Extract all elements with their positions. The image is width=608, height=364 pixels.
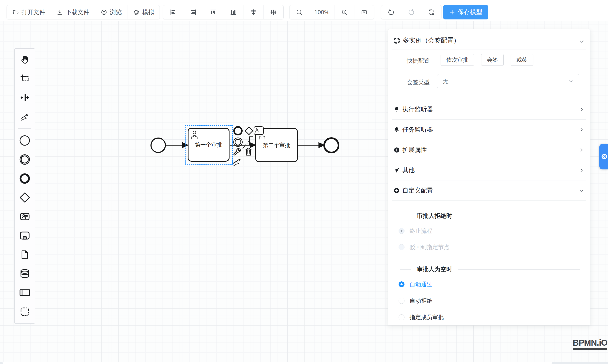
radio-label: 自动拒绝 — [410, 297, 432, 305]
reset-zoom-icon — [361, 9, 368, 16]
append-gateway[interactable] — [244, 126, 254, 137]
space-tool-icon — [20, 93, 30, 103]
zoom-in-button[interactable] — [335, 5, 354, 19]
intermediate-event-icon — [19, 154, 31, 165]
align-left-icon — [170, 9, 177, 16]
trash-icon — [244, 147, 253, 156]
subprocess-icon — [19, 230, 30, 241]
align-left-button[interactable] — [163, 5, 183, 19]
sign-type-select[interactable]: 无 — [437, 74, 579, 88]
restart-button[interactable] — [421, 5, 441, 19]
or-sign-button[interactable]: 或签 — [511, 54, 533, 66]
hand-tool[interactable] — [14, 52, 35, 67]
zoom-out-button[interactable] — [290, 5, 309, 19]
global-connect-icon — [20, 112, 30, 121]
palette-participant[interactable] — [14, 286, 35, 300]
delete-button[interactable] — [244, 147, 253, 157]
palette-group[interactable] — [14, 304, 35, 319]
section-execution-listener[interactable]: 执行监听器 — [392, 99, 586, 119]
chevron-right-icon — [579, 107, 584, 112]
align-center-vertical-button[interactable] — [263, 5, 283, 19]
append-intermediate-event[interactable] — [233, 138, 243, 147]
download-file-button[interactable]: 下载文件 — [51, 5, 95, 19]
sequential-approve-button[interactable]: 依次审批 — [441, 54, 474, 66]
panel-title: 多实例（会签配置） — [403, 36, 460, 45]
section-other[interactable]: 其他 — [392, 160, 586, 180]
zoom-out-icon — [296, 9, 303, 16]
palette-user-task[interactable] — [14, 209, 35, 224]
palette-data-store[interactable] — [14, 266, 35, 281]
text-annotation-icon — [249, 136, 254, 146]
empty-group-title: 审批人为空时 — [400, 265, 580, 273]
global-connect-tool[interactable] — [14, 109, 35, 124]
append-user-task-icon — [254, 126, 264, 135]
panel-toggle-tab[interactable] — [599, 144, 608, 169]
palette-data-object[interactable] — [14, 247, 35, 262]
section-label: 任务监听器 — [402, 126, 433, 134]
sign-type-value: 无 — [443, 78, 449, 85]
properties-panel: 多实例（会签配置） 快捷配置 依次审批 会签 或签 会签类型 无 执行监听器 任… — [388, 29, 591, 325]
file-toolbar-group: 打开文件 下载文件 浏览 模拟 — [7, 5, 160, 19]
align-center-horizontal-button[interactable] — [243, 5, 263, 19]
bell-icon — [394, 106, 400, 113]
divider-line — [400, 269, 411, 270]
section-custom-config[interactable]: 自定义配置 — [392, 180, 586, 200]
change-type-button[interactable] — [232, 147, 242, 157]
plus-circle-icon — [394, 147, 400, 153]
simulate-label: 模拟 — [142, 8, 154, 16]
palette-end-event[interactable] — [14, 171, 35, 186]
radio-button — [398, 244, 405, 250]
countersign-button[interactable]: 会签 — [481, 54, 504, 66]
section-extension-properties[interactable]: 扩展属性 — [392, 140, 586, 160]
simulate-button[interactable]: 模拟 — [127, 5, 159, 19]
radio-return-to-node[interactable]: 驳回到指定节点 — [398, 243, 449, 251]
lasso-tool[interactable] — [14, 71, 35, 86]
preview-button[interactable]: 浏览 — [95, 5, 127, 19]
palette-start-event[interactable] — [14, 133, 35, 148]
bpmn-io-logo[interactable]: BPMN.iO — [573, 338, 607, 350]
quick-config-buttons: 依次审批 会签 或签 — [441, 54, 533, 66]
radio-terminate-process[interactable]: 终止流程 — [398, 227, 432, 235]
end-event[interactable] — [323, 137, 339, 153]
radio-button — [398, 298, 405, 304]
connect-tool[interactable] — [232, 156, 243, 168]
radio-label: 指定成员审批 — [410, 313, 444, 321]
section-task-listener[interactable]: 任务监听器 — [392, 119, 586, 140]
end-event-icon — [233, 126, 243, 135]
connect-arrows-icon — [232, 156, 243, 167]
chevron-down-icon[interactable] — [579, 39, 585, 45]
horizontal-scrollbar[interactable] — [0, 362, 608, 364]
start-event[interactable] — [150, 138, 166, 153]
section-label: 扩展属性 — [402, 146, 427, 154]
radio-button — [398, 228, 405, 234]
palette-subprocess[interactable] — [14, 228, 35, 243]
intermediate-event-icon — [233, 138, 243, 147]
align-right-button[interactable] — [183, 5, 203, 19]
align-bottom-button[interactable] — [223, 5, 243, 19]
open-file-label: 打开文件 — [22, 8, 45, 16]
open-file-button[interactable]: 打开文件 — [7, 5, 51, 19]
reset-zoom-button[interactable] — [354, 5, 374, 19]
plus-circle-icon — [394, 187, 400, 194]
redo-button[interactable] — [401, 5, 421, 19]
align-top-button[interactable] — [203, 5, 223, 19]
chevron-down-icon — [579, 188, 584, 193]
space-tool[interactable] — [14, 91, 35, 105]
section-label: 执行监听器 — [402, 105, 433, 114]
panel-header[interactable]: 多实例（会签配置） — [394, 36, 460, 45]
restart-icon — [428, 9, 435, 16]
download-file-label: 下载文件 — [66, 8, 89, 16]
append-text-annotation[interactable] — [249, 136, 254, 147]
append-end-event[interactable] — [233, 126, 243, 135]
zoom-level: 100% — [309, 5, 335, 19]
append-user-task[interactable] — [254, 126, 264, 135]
undo-button[interactable] — [381, 5, 401, 19]
radio-assign-member[interactable]: 指定成员审批 — [398, 313, 444, 321]
radio-auto-pass[interactable]: 自动通过 — [398, 281, 432, 288]
save-model-button[interactable]: 保存模型 — [443, 5, 488, 19]
palette-gateway[interactable] — [14, 190, 35, 205]
radio-auto-reject[interactable]: 自动拒绝 — [398, 297, 432, 305]
palette-intermediate-event[interactable] — [14, 152, 35, 167]
wrench-icon — [232, 147, 242, 156]
scrollbar-thumb[interactable] — [2, 362, 552, 364]
